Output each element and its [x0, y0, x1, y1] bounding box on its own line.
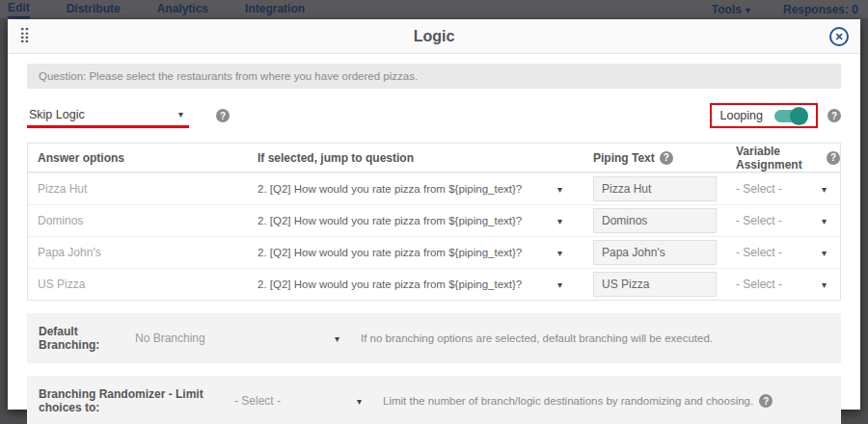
header-jump-to-question: If selected, jump to question [248, 151, 583, 165]
nav-tab-distribute[interactable]: Distribute [67, 1, 121, 17]
chevron-down-icon: ▾ [557, 216, 562, 226]
default-branching-label: Default Branching: [39, 325, 135, 352]
variable-assignment-help-icon[interactable] [827, 151, 840, 165]
chevron-down-icon: ▾ [822, 248, 827, 258]
looping-toggle[interactable] [774, 110, 807, 122]
piping-text-input[interactable] [593, 272, 717, 297]
logic-type-dropdown[interactable]: Skip Logic ▾ [27, 106, 189, 126]
piping-text-input[interactable] [593, 176, 717, 201]
table-row: US Pizza 2. [Q2] How would you rate pizz… [28, 268, 840, 300]
red-underline-annotation [27, 125, 189, 128]
looping-help-icon[interactable] [827, 109, 841, 122]
header-variable-assignment: Variable Assignment [726, 145, 840, 172]
nav-tab-analytics[interactable]: Analytics [157, 1, 208, 17]
logic-modal: Logic Question: Please select the restau… [8, 19, 860, 410]
branching-randomizer-description: Limit the number of branch/logic destina… [383, 394, 773, 408]
piping-text-input[interactable] [593, 208, 717, 233]
tools-label: Tools [712, 3, 742, 16]
chevron-down-icon: ▾ [357, 396, 362, 407]
top-navbar: Edit Distribute Analytics Integration To… [0, 0, 868, 18]
looping-annotation-box: Looping [710, 103, 819, 128]
logic-type-value: Skip Logic [29, 108, 85, 121]
table-row: Papa John's 2. [Q2] How would you rate p… [28, 236, 840, 268]
default-branching-band: Default Branching: No Branching▾ If no b… [27, 313, 841, 363]
default-branching-description: If no branching options are selected, de… [361, 332, 713, 344]
modal-header: Logic [8, 19, 860, 54]
answer-option-label: Dominos [28, 214, 248, 227]
variable-assignment-dropdown[interactable]: - Select -▾ [726, 214, 840, 227]
chevron-down-icon: ▾ [746, 5, 750, 15]
nav-tab-integration[interactable]: Integration [245, 1, 305, 17]
modal-title: Logic [8, 28, 860, 45]
chevron-down-icon: ▾ [557, 248, 562, 258]
jump-question-dropdown[interactable]: 2. [Q2] How would you rate pizza from ${… [248, 278, 583, 290]
nav-tab-edit[interactable]: Edit [8, 0, 30, 18]
question-banner: Question: Please select the restaurants … [27, 64, 841, 89]
logic-table: Answer options If selected, jump to ques… [27, 143, 841, 301]
variable-assignment-dropdown[interactable]: - Select -▾ [726, 182, 840, 196]
chevron-down-icon: ▾ [822, 216, 827, 226]
table-row: Dominos 2. [Q2] How would you rate pizza… [28, 204, 840, 236]
answer-option-label: US Pizza [28, 278, 248, 291]
answer-option-label: Pizza Hut [28, 182, 248, 196]
branching-randomizer-label: Branching Randomizer - Limit choices to: [39, 387, 234, 414]
chevron-down-icon: ▾ [557, 184, 562, 195]
chevron-down-icon: ▾ [822, 279, 827, 290]
variable-assignment-dropdown[interactable]: - Select -▾ [726, 278, 840, 291]
chevron-down-icon: ▾ [178, 109, 183, 119]
branching-randomizer-dropdown[interactable]: - Select -▾ [234, 394, 362, 408]
looping-label: Looping [720, 109, 764, 122]
jump-question-dropdown[interactable]: 2. [Q2] How would you rate pizza from ${… [248, 247, 583, 258]
jump-question-dropdown[interactable]: 2. [Q2] How would you rate pizza from ${… [248, 215, 583, 226]
branching-randomizer-help-icon[interactable] [759, 394, 773, 408]
piping-text-input[interactable] [593, 240, 717, 265]
branching-randomizer-band: Branching Randomizer - Limit choices to:… [27, 376, 841, 424]
table-header-row: Answer options If selected, jump to ques… [28, 144, 840, 172]
header-piping-text: Piping Text [583, 151, 726, 165]
logic-type-help-icon[interactable] [216, 109, 230, 122]
default-branching-dropdown[interactable]: No Branching▾ [135, 331, 339, 345]
toggle-knob [790, 107, 808, 125]
table-row: Pizza Hut 2. [Q2] How would you rate piz… [28, 172, 840, 204]
answer-option-label: Papa John's [28, 246, 248, 259]
piping-text-help-icon[interactable] [660, 151, 673, 165]
drag-handle-icon[interactable] [19, 27, 30, 41]
chevron-down-icon: ▾ [822, 184, 827, 195]
variable-assignment-dropdown[interactable]: - Select -▾ [726, 246, 840, 259]
tools-menu[interactable]: Tools▾ [712, 3, 750, 16]
chevron-down-icon: ▾ [557, 279, 562, 290]
responses-count[interactable]: Responses: 0 [783, 3, 858, 16]
header-answer-options: Answer options [28, 151, 248, 165]
close-icon[interactable] [829, 27, 849, 46]
chevron-down-icon: ▾ [335, 333, 339, 344]
jump-question-dropdown[interactable]: 2. [Q2] How would you rate pizza from ${… [248, 183, 583, 195]
